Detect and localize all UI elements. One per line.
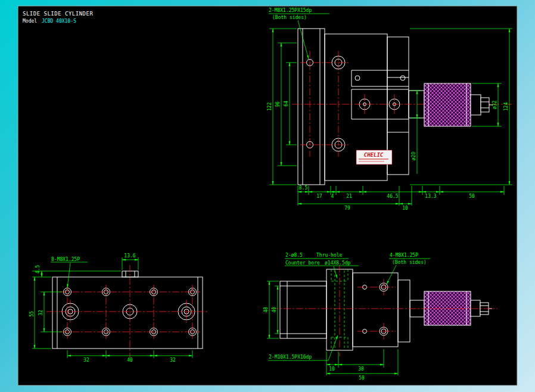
dim-46-5: 46.5 <box>387 194 398 199</box>
knob-knurl <box>424 291 471 325</box>
dim-124: 124 <box>503 102 509 111</box>
brand-name: CHELIC <box>364 152 384 158</box>
dim-50: 50 <box>469 194 475 199</box>
dim-rod-dia: ø20 <box>411 152 416 161</box>
cbore-callout: Counter bore <box>285 260 320 266</box>
knob-nut <box>481 98 489 112</box>
dim-48: 48 <box>263 307 269 313</box>
drawing-title: SLIDE SLIDE CYLINDER <box>23 11 93 17</box>
dim-32-a: 32 <box>83 357 89 363</box>
dim-79: 79 <box>344 206 350 211</box>
dim-64: 64 <box>284 101 289 107</box>
drawing-canvas: SLIDE SLIDE CYLINDER Model JCBD 40X10-S <box>0 0 535 392</box>
knob-stem <box>471 300 480 316</box>
dim-10-side: 10 <box>329 366 335 372</box>
side-holes-callout-note: (Both sides) <box>392 260 427 265</box>
model-label: Model <box>23 18 37 24</box>
bolt-callout: 2-M8X1.25PX15dp <box>269 8 312 13</box>
dim-21: 21 <box>346 194 352 199</box>
dim-55: 55 <box>29 311 35 317</box>
dim-40-side: 40 <box>272 307 277 313</box>
dim-38: 38 <box>358 366 364 372</box>
brand-label: CHELIC <box>356 150 392 164</box>
dim-96: 96 <box>275 101 281 107</box>
dim-10: 10 <box>402 206 408 211</box>
dim-58: 58 <box>359 375 365 381</box>
dim-13-6: 13.6 <box>124 253 135 259</box>
model-value: JCBD 40X10-S <box>42 18 76 24</box>
dim-17: 17 <box>316 194 322 199</box>
holes-callout: 8-M8X1.25P <box>51 257 80 262</box>
dim-knob-dia: ø32 <box>492 101 497 110</box>
knob-knurl <box>424 83 471 126</box>
side-holes-callout: 4-M8X1.25P <box>390 253 418 258</box>
thru-callout: 2-ø8.5 <box>285 253 303 258</box>
dim-122: 122 <box>267 102 272 111</box>
dim-40: 40 <box>127 357 133 363</box>
cbore-callout-spec: ø14X8.5dp <box>325 260 351 266</box>
cad-drawing-screen: { "colors": { "geometry": "#ffffff", "di… <box>0 0 535 392</box>
dim-4: 4 <box>331 194 334 199</box>
dim-8-5: 8.5 <box>299 185 308 191</box>
thru-callout-note: Thru-hole <box>316 253 343 258</box>
dim-13-3: 13.3 <box>425 194 436 199</box>
bottom-tap-callout: 2-M10X1.5PX16dp <box>269 354 312 360</box>
knob-stem <box>471 95 481 115</box>
drawing-sheet <box>18 6 517 385</box>
dim-32-left: 32 <box>38 310 43 316</box>
dim-32-b: 32 <box>170 357 176 363</box>
dim-4-5: 4.5 <box>35 265 41 274</box>
bolt-callout-note: (Both sides) <box>272 15 307 20</box>
